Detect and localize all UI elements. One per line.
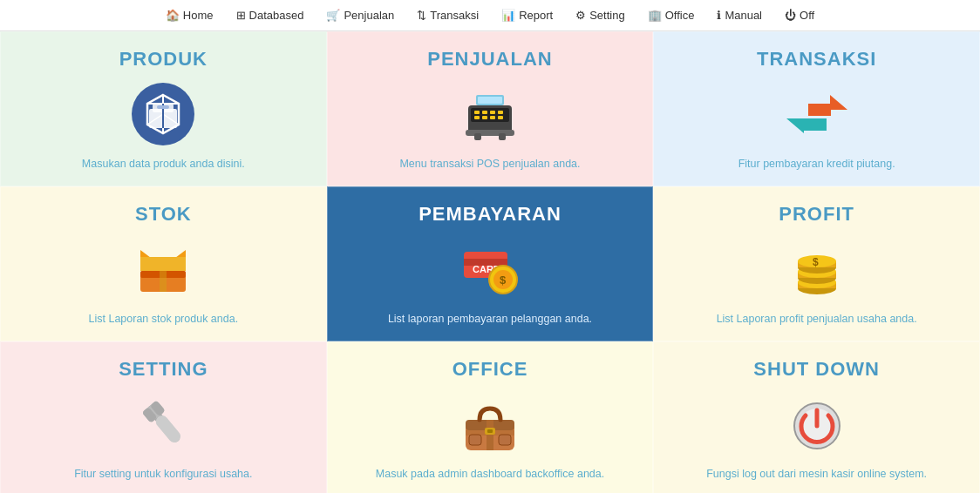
svg-rect-15 [498,111,503,114]
svg-text:$: $ [813,256,819,268]
office-icon: 🏢 [648,9,662,22]
svg-rect-13 [482,111,487,114]
penjualan-icon-wrap [455,79,525,149]
nav-databased[interactable]: ⊞ Databased [228,3,313,27]
nav-manual[interactable]: ℹ Manual [708,3,771,27]
transaksi-icon: ⇅ [417,9,426,22]
card-produk-desc: Masukan data produk anda disini. [82,158,245,170]
card-shutdown[interactable]: SHUT DOWN Fungsi log out dari mesin kasi… [653,341,980,493]
card-pembayaran-title: PEMBAYARAN [419,203,561,226]
nav-transaksi-label: Transaksi [430,9,479,22]
svg-rect-24 [499,133,506,140]
nav-home[interactable]: 🏠 Home [157,3,222,27]
navbar: 🏠 Home ⊞ Databased 🛒 Penjualan ⇅ Transak… [0,0,980,31]
svg-rect-26 [808,104,831,116]
card-stok-title: STOK [135,203,192,226]
card-stok-desc: List Laporan stok produk anda. [89,313,239,325]
card-shutdown-title: SHUT DOWN [753,358,880,381]
penjualan-icon: 🛒 [326,9,340,22]
svg-rect-18 [490,116,495,119]
nav-report[interactable]: 📊 Report [493,3,561,27]
nav-report-label: Report [519,9,553,22]
produk-icon [128,79,198,149]
card-transaksi-desc: Fitur pembayaran kredit piutang. [738,158,895,170]
svg-marker-35 [140,257,186,271]
databased-icon: ⊞ [236,9,246,22]
office-icon-wrap [455,389,525,459]
svg-rect-11 [471,108,509,122]
svg-rect-29 [804,118,827,131]
home-icon: 🏠 [166,9,180,22]
nav-setting[interactable]: ⚙ Setting [567,3,633,27]
card-office-desc: Masuk pada admin dashboard backoffice an… [376,468,604,480]
card-produk[interactable]: PRODUK Masukan data produk anda disini. [0,31,327,186]
manual-icon: ℹ [717,9,721,22]
report-icon: 📊 [501,9,515,22]
nav-home-label: Home [183,9,214,22]
svg-rect-23 [474,133,481,140]
card-stok[interactable]: STOK List Laporan stok produk anda. [0,186,327,341]
card-profit-title: PROFIT [779,203,854,226]
card-office-title: OFFICE [453,358,528,381]
svg-rect-19 [498,116,503,119]
nav-setting-label: Setting [589,9,624,22]
nav-manual-label: Manual [725,9,762,22]
svg-rect-17 [482,116,487,119]
card-produk-title: PRODUK [119,48,208,71]
nav-off-label: Off [800,9,814,22]
nav-transaksi[interactable]: ⇅ Transaksi [408,3,487,27]
stok-icon-wrap [128,234,198,304]
card-transaksi-title: TRANSAKSI [757,48,876,71]
shutdown-icon-wrap [782,389,852,459]
card-penjualan[interactable]: PENJUALAN [327,31,654,186]
svg-marker-28 [786,118,804,133]
svg-rect-22 [466,130,514,136]
svg-rect-63 [487,429,493,433]
nav-databased-label: Databased [249,9,304,22]
svg-rect-12 [474,111,480,114]
card-penjualan-desc: Menu transaksi POS penjualan anda. [399,158,580,170]
card-penjualan-title: PENJUALAN [427,48,552,71]
profit-icon-wrap: $ [782,234,852,304]
card-setting[interactable]: SETTING Fitur setting untuk konfigurasi … [0,341,327,493]
setting-icon: ⚙ [575,9,586,22]
card-pembayaran-desc: List laporan pembayaran pelanggan anda. [388,313,592,325]
setting-icon-wrap [128,389,198,459]
off-icon: ⏻ [785,9,796,22]
card-setting-title: SETTING [119,358,208,381]
svg-text:$: $ [500,274,507,287]
card-profit[interactable]: PROFIT $ List Laporan profit penjualan [653,186,980,341]
nav-penjualan[interactable]: 🛒 Penjualan [317,3,403,27]
svg-rect-57 [153,413,183,445]
nav-office[interactable]: 🏢 Office [639,3,704,27]
svg-marker-25 [830,95,847,110]
card-transaksi[interactable]: TRANSAKSI Fitur pembayaran kredit piutan… [653,31,980,186]
nav-office-label: Office [665,9,695,22]
svg-rect-16 [474,116,480,119]
pembayaran-icon-wrap: CARD $ [455,234,525,304]
main-grid: PRODUK Masukan data produk anda disini. … [0,31,980,493]
svg-rect-9 [157,105,169,109]
card-pembayaran[interactable]: PEMBAYARAN CARD $ List laporan pembayara… [327,186,654,341]
svg-rect-14 [490,111,495,114]
svg-rect-21 [478,97,502,104]
svg-rect-65 [499,435,511,445]
card-profit-desc: List Laporan profit penjualan usaha anda… [717,313,917,325]
svg-rect-36 [160,271,167,292]
card-setting-desc: Fitur setting untuk konfigurasi usaha. [74,468,252,480]
nav-penjualan-label: Penjualan [344,9,394,22]
transaksi-icon-wrap [782,79,852,149]
nav-off[interactable]: ⏻ Off [776,3,823,27]
card-office[interactable]: OFFICE Masuk pada admin dashboard backof… [327,341,654,493]
card-shutdown-desc: Fungsi log out dari mesin kasir online s… [706,468,927,480]
svg-rect-64 [469,435,481,445]
